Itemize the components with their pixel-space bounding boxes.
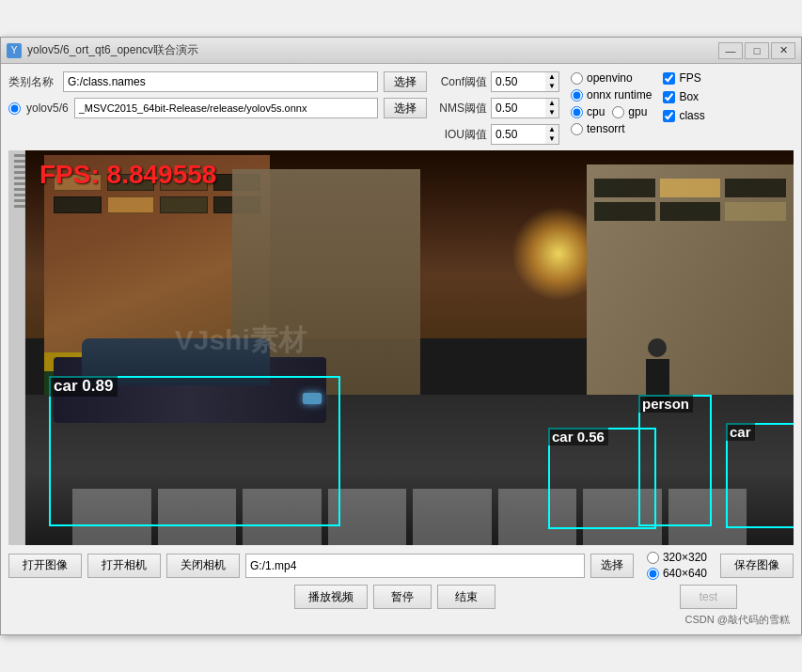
play-video-button[interactable]: 播放视频: [294, 585, 368, 609]
res-640-row: 640×640: [647, 567, 707, 580]
bottom-controls-area: 打开图像 打开相机 关闭相机 选择 320×320 640×640 保存: [8, 551, 794, 609]
conf-row: Conf阈值 ▲ ▼: [436, 71, 559, 92]
model-radio[interactable]: [8, 102, 21, 115]
detection-label-car3: car: [726, 423, 755, 441]
building-right-windows: [587, 164, 794, 235]
gpu-option[interactable]: gpu: [612, 105, 647, 118]
left-controls: 类别名称 选择 yolov5/6 选择: [8, 71, 427, 118]
window: [594, 202, 655, 221]
main-window: Y yolov5/6_ort_qt6_opencv联合演示 — □ ✕ 类别名称…: [0, 37, 802, 635]
conf-up-arrow[interactable]: ▲: [545, 72, 558, 82]
maximize-button[interactable]: □: [745, 42, 769, 59]
box-checkbox-label: Box: [679, 90, 699, 103]
class-names-row: 类别名称 选择: [8, 71, 427, 92]
class-select-button[interactable]: 选择: [384, 71, 427, 92]
iou-label: IOU阈值: [436, 127, 487, 143]
iou-up-arrow[interactable]: ▲: [545, 125, 558, 134]
gpu-label: gpu: [628, 105, 647, 118]
model-radio-label: yolov5/6: [26, 102, 69, 115]
tensorrt-option[interactable]: tensorrt: [571, 122, 652, 135]
track-mark: [14, 154, 25, 157]
detection-box-car3: car: [726, 423, 794, 528]
video-frame: ★ STORE ★: [8, 150, 794, 545]
box-checkbox[interactable]: [663, 91, 675, 103]
close-button[interactable]: ✕: [771, 42, 795, 59]
fps-checkbox-label: FPS: [679, 71, 700, 85]
gpu-radio[interactable]: [612, 106, 624, 118]
class-checkbox[interactable]: [663, 110, 675, 122]
conf-input[interactable]: [491, 71, 545, 92]
track-mark: [14, 188, 25, 191]
video-select-button[interactable]: 选择: [590, 554, 634, 578]
detection-label-car2: car 0.56: [548, 428, 608, 445]
checkbox-group: FPS Box class: [663, 71, 704, 122]
openvino-option[interactable]: openvino: [571, 71, 652, 85]
conf-label: Conf阈值: [436, 74, 487, 90]
iou-down-arrow[interactable]: ▼: [545, 134, 558, 144]
param-block: Conf阈值 ▲ ▼ NMS阈值: [436, 71, 559, 145]
fps-overlay: FPS: 8.849558: [39, 160, 216, 190]
person-head: [648, 338, 667, 357]
right-controls: Conf阈值 ▲ ▼ NMS阈值: [436, 71, 794, 145]
class-checkbox-label: class: [679, 109, 704, 122]
detection-label-car1: car 0.89: [49, 376, 118, 397]
window-icon: Y: [7, 43, 22, 58]
nms-down-arrow[interactable]: ▼: [545, 108, 558, 117]
tensorrt-label: tensorrt: [587, 122, 625, 135]
iou-spinbox: ▲ ▼: [491, 124, 559, 145]
close-camera-button[interactable]: 关闭相机: [166, 554, 240, 578]
nms-up-arrow[interactable]: ▲: [545, 99, 558, 108]
minimize-button[interactable]: —: [718, 42, 743, 59]
cpu-option[interactable]: cpu: [571, 105, 605, 118]
cpu-gpu-row: cpu gpu: [571, 105, 652, 118]
nms-spinbox: ▲ ▼: [491, 98, 559, 118]
bottom-row-2: 播放视频 暂停 结束 test: [8, 585, 794, 609]
onnx-label: onnx runtime: [587, 88, 652, 102]
onnx-radio[interactable]: [571, 89, 583, 102]
video-path-input[interactable]: [245, 554, 585, 578]
resolution-group: 320×320 640×640: [647, 551, 707, 580]
title-bar-left: Y yolov5/6_ort_qt6_opencv联合演示: [7, 42, 198, 58]
test-button[interactable]: test: [680, 585, 737, 609]
track-mark: [14, 160, 25, 163]
window: [107, 196, 155, 213]
class-path-input[interactable]: [63, 71, 378, 92]
class-label: 类别名称: [8, 74, 57, 90]
tensorrt-radio[interactable]: [571, 123, 583, 135]
conf-down-arrow[interactable]: ▼: [545, 82, 558, 91]
iou-input[interactable]: [491, 124, 545, 145]
title-buttons: — □ ✕: [718, 42, 795, 59]
track-mark: [14, 171, 25, 174]
cpu-radio[interactable]: [571, 106, 583, 118]
model-row: yolov5/6 选择: [8, 98, 427, 118]
track-mark: [14, 205, 25, 208]
res-320-radio[interactable]: [647, 552, 659, 564]
window: [660, 202, 721, 221]
iou-row: IOU阈值 ▲ ▼: [436, 124, 559, 145]
nms-row: NMS阈值 ▲ ▼: [436, 98, 559, 118]
window: [160, 196, 208, 213]
res-640-radio[interactable]: [647, 568, 659, 580]
openvino-radio[interactable]: [571, 72, 583, 85]
model-select-button[interactable]: 选择: [384, 98, 427, 118]
track-mark: [14, 165, 25, 168]
end-button[interactable]: 结束: [437, 585, 495, 609]
nms-arrows: ▲ ▼: [545, 98, 559, 118]
footer-credit: CSDN @敲代码的雪糕: [685, 614, 790, 625]
box-checkbox-row: Box: [663, 90, 704, 103]
iou-arrows: ▲ ▼: [545, 124, 559, 145]
bottom-row-1: 打开图像 打开相机 关闭相机 选择 320×320 640×640 保存: [8, 551, 794, 580]
nms-input[interactable]: [491, 98, 545, 118]
open-camera-button[interactable]: 打开相机: [87, 554, 161, 578]
fps-checkbox[interactable]: [663, 72, 675, 85]
pause-button[interactable]: 暂停: [373, 585, 432, 609]
window: [660, 179, 721, 197]
onnx-option[interactable]: onnx runtime: [571, 88, 652, 102]
track-mark: [14, 199, 25, 202]
crosswalk-stripe: [413, 489, 492, 545]
save-image-button[interactable]: 保存图像: [720, 554, 794, 578]
footer: CSDN @敲代码的雪糕: [8, 613, 794, 627]
detection-label-person: person: [638, 395, 693, 413]
model-path-input[interactable]: [74, 98, 378, 118]
open-image-button[interactable]: 打开图像: [8, 554, 82, 578]
